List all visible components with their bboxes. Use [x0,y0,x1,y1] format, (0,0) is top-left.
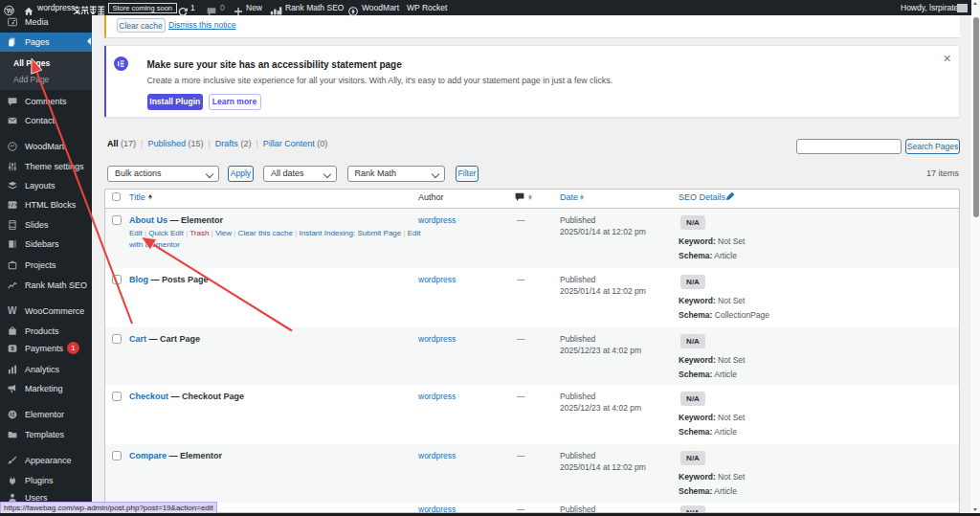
svg-text:$: $ [11,345,14,351]
